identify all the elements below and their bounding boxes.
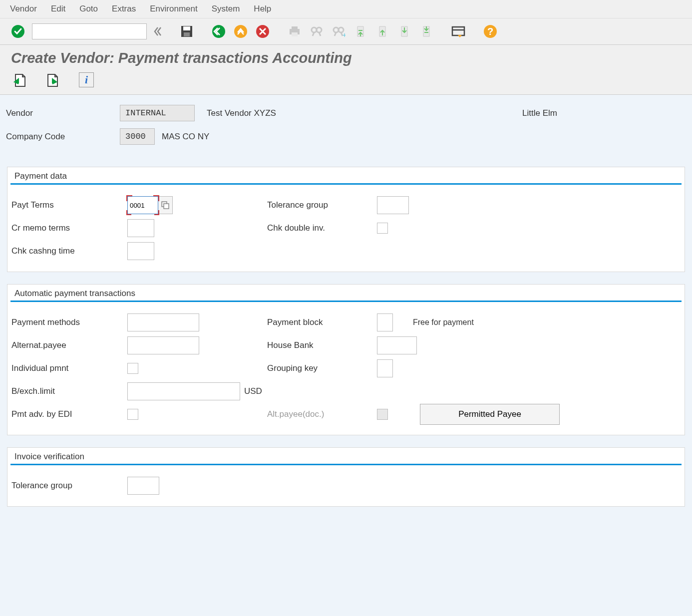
svg-rect-8 xyxy=(292,26,298,29)
chk-double-inv-label: Chk double inv. xyxy=(267,223,377,233)
svg-point-11 xyxy=(317,27,322,32)
bexch-limit-input[interactable] xyxy=(127,382,240,400)
payment-data-title: Payment data xyxy=(10,167,682,185)
svg-rect-9 xyxy=(292,32,298,36)
toolbar: + ? xyxy=(0,18,692,45)
payt-terms-label: Payt Terms xyxy=(11,200,127,210)
menu-environment[interactable]: Environment xyxy=(150,4,197,14)
vendor-name: Test Vendor XYZS xyxy=(207,108,276,118)
next-screen-icon[interactable] xyxy=(45,72,61,88)
menu-edit[interactable]: Edit xyxy=(51,4,65,14)
menu-extras[interactable]: Extras xyxy=(112,4,136,14)
invoice-verification-title: Invoice verification xyxy=(10,448,682,465)
company-code-label: Company Code xyxy=(5,132,120,142)
save-icon[interactable] xyxy=(179,23,195,39)
cr-memo-terms-label: Cr memo terms xyxy=(11,223,127,233)
menu-vendor[interactable]: Vendor xyxy=(10,4,37,14)
alt-payee-doc-checkbox xyxy=(377,409,388,420)
bexch-currency: USD xyxy=(244,386,262,396)
individual-pmnt-label: Individual pmnt xyxy=(11,363,127,373)
payment-block-text: Free for payment xyxy=(413,318,474,327)
prev-page-icon[interactable] xyxy=(374,23,390,39)
payment-data-group: Payment data Payt Terms Tolerance group … xyxy=(7,167,685,272)
payment-block-input[interactable] xyxy=(377,313,393,331)
menubar: Vendor Edit Goto Extras Environment Syst… xyxy=(0,0,692,18)
payt-terms-f4-icon[interactable] xyxy=(158,196,173,214)
back-icon[interactable] xyxy=(211,23,227,39)
alt-payee-label: Alternat.payee xyxy=(11,340,127,350)
company-code-name: MAS CO NY xyxy=(162,132,209,142)
page-title: Create Vendor: Payment transactions Acco… xyxy=(0,45,692,70)
chk-cashng-time-label: Chk cashng time xyxy=(11,246,127,256)
action-bar: i xyxy=(0,70,692,95)
grouping-key-input[interactable] xyxy=(377,359,393,377)
alt-payee-doc-label: Alt.payee(doc.) xyxy=(267,409,377,419)
invoice-verification-group: Invoice verification Tolerance group xyxy=(7,447,685,507)
auto-payment-group: Automatic payment transactions Payment m… xyxy=(7,284,685,435)
new-session-icon[interactable] xyxy=(450,23,466,39)
find-next-icon[interactable]: + xyxy=(331,23,346,39)
payment-methods-input[interactable] xyxy=(127,313,199,331)
company-code-value: 3000 xyxy=(120,128,155,145)
svg-rect-3 xyxy=(184,32,190,36)
pmt-adv-edi-label: Pmt adv. by EDI xyxy=(11,409,127,419)
payt-terms-focus xyxy=(127,196,158,214)
prev-screen-icon[interactable] xyxy=(11,72,27,88)
print-icon[interactable] xyxy=(287,23,303,39)
find-icon[interactable] xyxy=(309,23,325,39)
cancel-icon[interactable] xyxy=(255,23,271,39)
command-field[interactable] xyxy=(32,23,147,39)
individual-pmnt-checkbox[interactable] xyxy=(127,363,138,374)
menu-system[interactable]: System xyxy=(212,4,240,14)
payt-terms-input[interactable] xyxy=(128,197,158,214)
vendor-value: INTERNAL xyxy=(120,105,195,121)
chk-double-inv-checkbox[interactable] xyxy=(377,223,388,234)
payment-methods-label: Payment methods xyxy=(11,317,127,327)
tolerance-group-label: Tolerance group xyxy=(267,200,377,210)
payment-block-label: Payment block xyxy=(267,317,377,327)
exit-icon[interactable] xyxy=(233,23,249,39)
vendor-city: Little Elm xyxy=(522,108,557,118)
header-block: Vendor INTERNAL Test Vendor XYZS Little … xyxy=(0,95,692,167)
menu-help[interactable]: Help xyxy=(254,4,271,14)
first-page-icon[interactable] xyxy=(352,23,368,39)
svg-rect-2 xyxy=(183,26,190,30)
last-page-icon[interactable] xyxy=(418,23,434,39)
enter-icon[interactable] xyxy=(10,23,26,39)
svg-text:?: ? xyxy=(487,26,493,37)
menu-goto[interactable]: Goto xyxy=(79,4,98,14)
info-icon[interactable]: i xyxy=(79,72,94,87)
collapse-icon[interactable] xyxy=(153,23,163,39)
grouping-key-label: Grouping key xyxy=(267,363,377,373)
cr-memo-terms-input[interactable] xyxy=(127,219,154,237)
vendor-label: Vendor xyxy=(5,108,120,118)
pmt-adv-edi-checkbox[interactable] xyxy=(127,409,138,420)
svg-rect-19 xyxy=(164,204,169,209)
auto-payment-title: Automatic payment transactions xyxy=(10,285,682,302)
house-bank-input[interactable] xyxy=(377,336,417,354)
alt-payee-input[interactable] xyxy=(127,336,199,354)
inv-tolerance-group-label: Tolerance group xyxy=(11,481,127,491)
chk-cashng-time-input[interactable] xyxy=(127,242,154,260)
tolerance-group-input[interactable] xyxy=(377,196,409,214)
inv-tolerance-group-input[interactable] xyxy=(127,477,159,495)
house-bank-label: House Bank xyxy=(267,340,377,350)
bexch-limit-label: B/exch.limit xyxy=(11,386,127,396)
next-page-icon[interactable] xyxy=(396,23,412,39)
permitted-payee-button[interactable]: Permitted Payee xyxy=(420,404,560,425)
svg-rect-15 xyxy=(452,27,464,35)
svg-text:+: + xyxy=(343,31,346,38)
help-icon[interactable]: ? xyxy=(482,23,498,39)
